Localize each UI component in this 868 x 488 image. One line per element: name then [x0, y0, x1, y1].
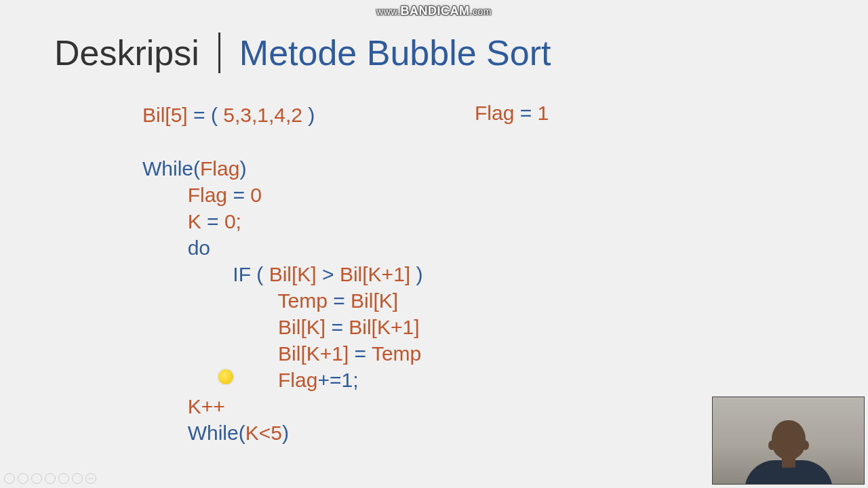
page-subtitle: Metode Bubble Sort: [239, 33, 551, 73]
page-title: Deskripsi: [54, 33, 199, 73]
code-block: Bil[5] = ( 5,3,1,4,2 ) While(Flag) Flag …: [142, 102, 422, 446]
presenter-toolbar: [4, 473, 96, 484]
code-flag-inc: Flag+=1;: [142, 367, 422, 393]
cursor-highlight-icon: [218, 369, 233, 384]
toolbar-icon[interactable]: [4, 473, 15, 484]
code-temp-assign: Temp = Bil[K]: [142, 287, 422, 314]
code-k-inc: K++: [142, 393, 422, 420]
title-row: Deskripsi Metode Bubble Sort: [54, 33, 551, 73]
code-bilk-assign: Bil[K] = Bil[K+1]: [142, 314, 422, 340]
code-if: IF ( Bil[K] > Bil[K+1] ): [142, 261, 422, 287]
watermark: www.BANDICAM.com: [376, 4, 492, 18]
code-do: do: [142, 235, 422, 261]
code-while-close: While(K<5): [142, 420, 422, 446]
toolbar-icon[interactable]: [85, 473, 96, 484]
toolbar-icon[interactable]: [18, 473, 28, 484]
toolbar-icon[interactable]: [45, 473, 56, 484]
webcam-overlay: [712, 396, 865, 485]
decl-bil: Bil[5] = ( 5,3,1,4,2 ): [142, 102, 422, 128]
decl-flag: Flag = 1: [475, 102, 549, 125]
code-flag-zero: Flag = 0: [142, 182, 422, 208]
title-divider: [218, 33, 220, 73]
code-bilk1-assign: Bil[K+1] = Temp: [142, 340, 422, 367]
code-k-zero: K = 0;: [142, 208, 422, 235]
toolbar-icon[interactable]: [72, 473, 83, 484]
code-while-open: While(Flag): [142, 155, 422, 182]
toolbar-icon[interactable]: [58, 473, 69, 484]
toolbar-icon[interactable]: [31, 473, 42, 484]
